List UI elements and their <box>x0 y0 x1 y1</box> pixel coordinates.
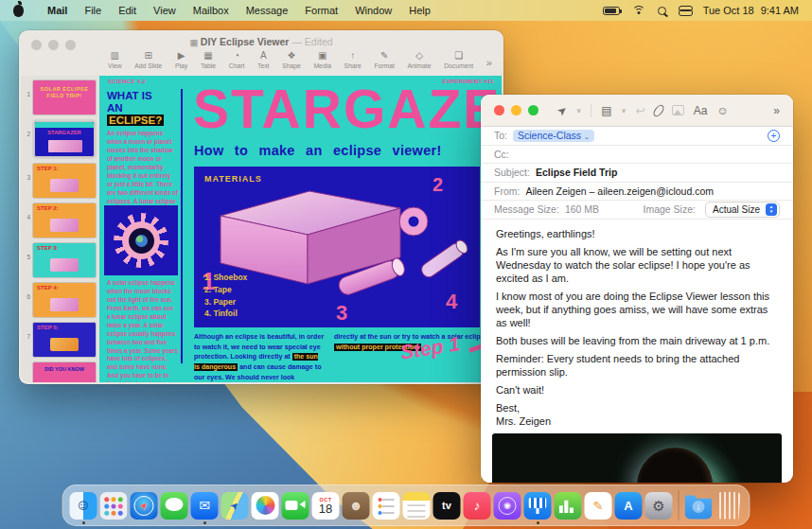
toolbar-media-button[interactable]: ▣Media <box>313 51 331 74</box>
stepper-icon[interactable]: ▲▼ <box>766 203 777 216</box>
slide-thumbnail-8[interactable]: DID YOU KNOW <box>22 361 97 382</box>
slide-thumbnail-1[interactable]: 1SOLAR ECLIPSE FIELD TRIP! <box>22 79 97 115</box>
attach-icon[interactable] <box>651 103 665 118</box>
insert-photo-icon <box>672 105 684 115</box>
dock-podcasts[interactable]: ◉ <box>494 488 521 522</box>
dock-music[interactable]: ♪ <box>464 488 491 522</box>
emoji-button[interactable]: ☺ <box>716 105 728 116</box>
reply-icon: ↩ <box>636 105 645 116</box>
slide-thumbnail-7[interactable]: 7STEP 5: <box>22 322 97 358</box>
header-fields-button[interactable]: ▤ <box>601 105 611 116</box>
image-size-dropdown[interactable]: Actual Size ▲▼ <box>705 202 780 218</box>
menu-format[interactable]: Format <box>296 5 346 16</box>
edited-label: — Edited <box>291 36 332 47</box>
slide-paragraph-2: A solar eclipse happens when the moon bl… <box>107 279 178 382</box>
slide-thumbnail-3[interactable]: 3STEP 1: <box>22 163 97 199</box>
zoom-button[interactable] <box>528 105 538 115</box>
body-paragraph: Greetings, earthlings! <box>496 227 778 240</box>
control-center-icon[interactable] <box>679 6 691 16</box>
send-options-chevron-icon[interactable]: ∨ <box>576 107 581 115</box>
toolbar-shape-button[interactable]: ❖Shape <box>282 51 301 74</box>
subject-value: Eclipse Field Trip <box>536 167 617 178</box>
toolbar-play-button[interactable]: ▶Play <box>175 51 187 74</box>
slide-canvas[interactable]: SCIENCE 4.2 EXPERIMENT #11 WHAT IS AN EC… <box>99 76 502 382</box>
spotlight-icon[interactable] <box>658 7 666 15</box>
menu-edit[interactable]: Edit <box>110 5 145 16</box>
dock-trash[interactable] <box>715 488 743 522</box>
menu-help[interactable]: Help <box>400 5 439 16</box>
send-button[interactable]: ➤ <box>557 105 567 116</box>
dock-downloads[interactable]: ↓ <box>685 488 713 522</box>
shape-icon: ❖ <box>287 51 295 62</box>
from-field[interactable]: From: Aileen Zeigen – aileen.zeigen@iclo… <box>481 183 793 202</box>
toolbar-table-button[interactable]: ▦Table <box>201 51 216 74</box>
menu-view[interactable]: View <box>145 5 185 16</box>
slide-thumbnail-2-selected[interactable]: 2STARGAZER <box>22 119 97 159</box>
toolbar-view-button[interactable]: ▥View <box>108 51 122 74</box>
dock-mail[interactable]: ✉ <box>191 488 219 522</box>
menu-clock[interactable]: Tue Oct 18 9:41 AM <box>703 5 799 16</box>
wifi-icon[interactable] <box>632 6 645 16</box>
toolbar-share-button[interactable]: ↑Share <box>344 51 362 74</box>
slide-thumbnail-5[interactable]: 5STEP 3: <box>22 242 97 278</box>
toolbar-overflow-icon[interactable]: » <box>773 104 780 117</box>
format-icon: ✎ <box>380 51 388 62</box>
close-button[interactable] <box>494 105 504 115</box>
dock-photos[interactable] <box>252 488 279 522</box>
slide-thumbnail-6[interactable]: 6STEP 4: <box>22 282 97 318</box>
dock-settings[interactable]: ⚙ <box>645 488 673 522</box>
toolbar-document-button[interactable]: ❏Document <box>444 51 473 74</box>
svg-text:3: 3 <box>336 301 347 325</box>
menu-window[interactable]: Window <box>346 5 400 16</box>
toolbar-format-button[interactable]: ✎Format <box>374 51 395 74</box>
format-button[interactable]: Aa <box>694 105 708 116</box>
toolbar-add-slide-button[interactable]: ⊞Add Slide <box>134 51 162 74</box>
running-indicator <box>203 521 206 524</box>
menu-mail[interactable]: Mail <box>39 5 76 16</box>
cc-field[interactable]: Cc: <box>481 146 793 165</box>
dock-messages[interactable] <box>161 488 188 522</box>
dock-launchpad[interactable] <box>100 488 128 522</box>
menu-time: 9:41 AM <box>761 5 799 16</box>
battery-icon[interactable] <box>603 7 620 15</box>
dock-pages[interactable]: ✎ <box>585 488 612 522</box>
add-recipient-button[interactable]: + <box>768 130 780 142</box>
dock-facetime[interactable] <box>282 488 309 522</box>
dock-safari[interactable]: ➤ <box>131 488 158 522</box>
toolbar-overflow-icon[interactable]: » <box>486 57 492 68</box>
svg-text:4: 4 <box>446 290 458 313</box>
dock-keynote[interactable] <box>524 488 552 522</box>
dock-numbers[interactable] <box>555 488 582 522</box>
recipient-token[interactable]: Science-Class ⌄ <box>513 130 594 142</box>
desktop: Mail File Edit View Mailbox Message Form… <box>0 0 812 529</box>
share-icon: ↑ <box>350 51 355 62</box>
dock-reminders[interactable] <box>373 488 400 522</box>
toolbar-text-button[interactable]: AText <box>257 51 269 74</box>
dock-tv[interactable]: tv <box>433 488 461 522</box>
message-body[interactable]: Greetings, earthlings! As I'm sure you a… <box>481 220 793 429</box>
menu-file[interactable]: File <box>76 5 110 16</box>
body-paragraph: Both buses will be leaving from the main… <box>496 334 778 347</box>
dock-calendar[interactable]: OCT18 <box>312 488 340 522</box>
dock-appstore[interactable]: A <box>615 488 643 522</box>
menu-mailbox[interactable]: Mailbox <box>185 5 238 16</box>
running-indicator <box>537 521 539 524</box>
slide-thumbnail-4[interactable]: 4STEP 2: <box>22 203 97 238</box>
from-value: Aileen Zeigen – aileen.zeigen@icloud.com <box>525 185 714 197</box>
to-field[interactable]: To: Science-Class ⌄ + <box>481 127 793 146</box>
toolbar-separator <box>591 104 591 117</box>
header-fields-chevron-icon[interactable]: ∨ <box>622 107 627 115</box>
mail-window-controls[interactable] <box>494 105 538 115</box>
dock-divider <box>679 490 680 520</box>
eclipse-photo-attachment[interactable] <box>492 433 782 483</box>
subject-field[interactable]: Subject: Eclipse Field Trip <box>481 164 793 183</box>
dock-notes[interactable] <box>403 488 431 522</box>
dock-contacts[interactable]: ☻ <box>343 488 370 522</box>
minimize-button[interactable] <box>511 105 521 115</box>
dock-finder[interactable]: ☺ <box>70 488 97 522</box>
apple-menu-icon[interactable] <box>13 5 24 17</box>
menu-message[interactable]: Message <box>238 5 297 16</box>
dock-maps[interactable]: ➤ <box>221 488 249 522</box>
toolbar-animate-button[interactable]: ◇Animate <box>408 51 432 74</box>
toolbar-chart-button[interactable]: ◔Chart <box>229 51 245 74</box>
